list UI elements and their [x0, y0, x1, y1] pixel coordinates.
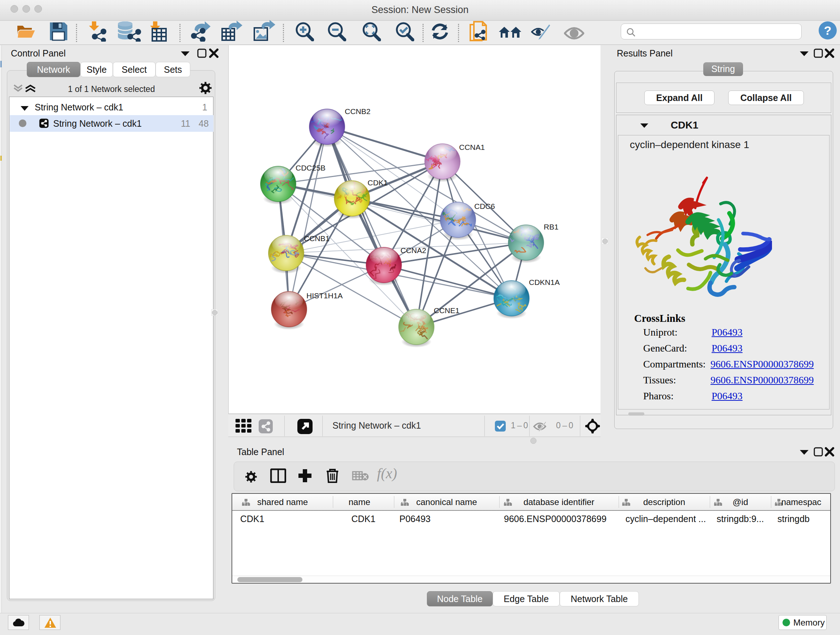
svg-text:RB1: RB1	[544, 223, 559, 231]
svg-text:CCNB1: CCNB1	[304, 234, 330, 242]
svg-text:CDK1: CDK1	[368, 179, 388, 187]
svg-text:?: ?	[824, 24, 832, 37]
svg-text:CCNA2: CCNA2	[401, 246, 426, 255]
svg-text:CDC6: CDC6	[474, 202, 495, 211]
svg-text:CCNA1: CCNA1	[459, 143, 485, 151]
svg-text:CDC25B: CDC25B	[295, 164, 325, 172]
svg-text:CCNB2: CCNB2	[345, 107, 370, 116]
svg-text:HIST1H1A: HIST1H1A	[306, 291, 343, 300]
svg-text:CCNE1: CCNE1	[434, 306, 459, 315]
svg-text:CDKN1A: CDKN1A	[529, 278, 560, 287]
